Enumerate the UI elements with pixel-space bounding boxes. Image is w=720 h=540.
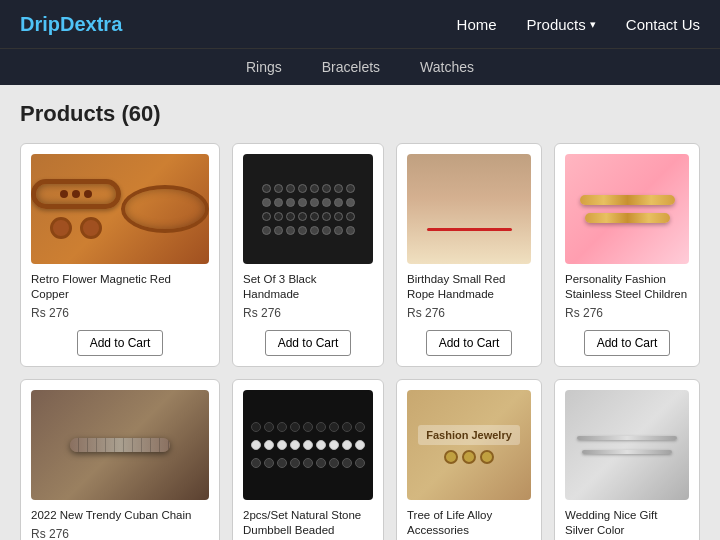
product-image [565, 390, 689, 500]
product-image: Fashion Jewelry [407, 390, 531, 500]
product-card: Fashion Jewelry Tree of Life Alloy Acces… [396, 379, 542, 540]
product-image [565, 154, 689, 264]
product-price: Rs 276 [243, 306, 281, 320]
logo-dextra: Dextra [60, 13, 122, 35]
product-image [243, 154, 373, 264]
product-name: 2022 New Trendy Cuban Chain [31, 508, 191, 523]
add-to-cart-button[interactable]: Add to Cart [426, 330, 513, 356]
top-nav: DripDextra Home Products ▾ Contact Us [0, 0, 720, 48]
nav-products[interactable]: Products ▾ [527, 16, 596, 33]
add-to-cart-button[interactable]: Add to Cart [584, 330, 671, 356]
logo: DripDextra [20, 13, 457, 36]
product-image [31, 154, 209, 264]
product-card: Personality Fashion Stainless Steel Chil… [554, 143, 700, 367]
product-card: 2pcs/Set Natural Stone Dumbbell BeadedRs… [232, 379, 384, 540]
product-name: 2pcs/Set Natural Stone Dumbbell Beaded [243, 508, 373, 538]
product-price: Rs 276 [565, 306, 603, 320]
page-content: Products (60) Retro Flower Magnetic Red … [0, 85, 720, 540]
product-grid: Retro Flower Magnetic Red CopperRs 276Ad… [20, 143, 700, 540]
logo-drip: Drip [20, 13, 60, 35]
product-card: Retro Flower Magnetic Red CopperRs 276Ad… [20, 143, 220, 367]
product-image [243, 390, 373, 500]
product-card: 2022 New Trendy Cuban ChainRs 276Add to … [20, 379, 220, 540]
sub-nav: Rings Bracelets Watches [0, 48, 720, 85]
add-to-cart-button[interactable]: Add to Cart [77, 330, 164, 356]
product-price: Rs 276 [31, 306, 69, 320]
product-price: Rs 276 [407, 306, 445, 320]
product-name: Wedding Nice Gift Silver Color [565, 508, 689, 538]
add-to-cart-button[interactable]: Add to Cart [265, 330, 352, 356]
product-image [407, 154, 531, 264]
sub-nav-rings[interactable]: Rings [246, 59, 282, 75]
product-name: Birthday Small Red Rope Handmade [407, 272, 531, 302]
product-name: Tree of Life Alloy Accessories [407, 508, 531, 538]
product-name: Personality Fashion Stainless Steel Chil… [565, 272, 689, 302]
product-name: Retro Flower Magnetic Red Copper [31, 272, 209, 302]
sub-nav-bracelets[interactable]: Bracelets [322, 59, 380, 75]
nav-links: Home Products ▾ Contact Us [457, 16, 700, 33]
product-image [31, 390, 209, 500]
product-card: Wedding Nice Gift Silver ColorRs 276Add … [554, 379, 700, 540]
chevron-down-icon: ▾ [590, 18, 596, 31]
product-price: Rs 276 [31, 527, 69, 540]
product-card: Birthday Small Red Rope HandmadeRs 276Ad… [396, 143, 542, 367]
sub-nav-watches[interactable]: Watches [420, 59, 474, 75]
product-card: Set Of 3 Black HandmadeRs 276Add to Cart [232, 143, 384, 367]
product-name: Set Of 3 Black Handmade [243, 272, 373, 302]
page-title: Products (60) [20, 101, 700, 127]
nav-contact[interactable]: Contact Us [626, 16, 700, 33]
nav-home[interactable]: Home [457, 16, 497, 33]
